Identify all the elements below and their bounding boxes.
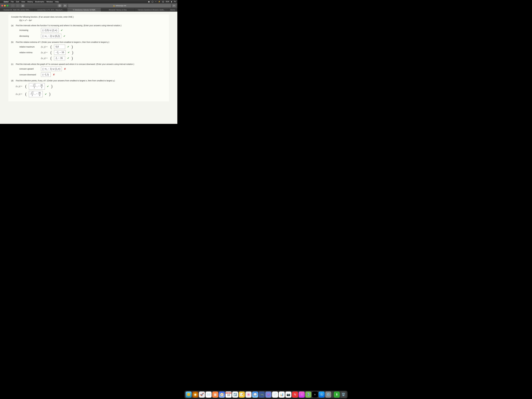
part-d: (d) Find the inflection points, if any, …: [11, 80, 166, 82]
check-icon: ✔: [68, 51, 70, 54]
menubar-file[interactable]: File: [11, 1, 14, 3]
part-b-label: (b): [11, 41, 14, 43]
question-function: f(x) = x⁴ − 8x²: [19, 19, 166, 22]
menubar-bookmarks[interactable]: Bookmarks: [35, 1, 44, 3]
menubar-edit[interactable]: Edit: [16, 1, 19, 3]
inflection1-input[interactable]: − 233 , − 809: [29, 83, 45, 89]
battery-icon[interactable]: ▮: [171, 1, 172, 3]
menubar-app-name[interactable]: Safari: [4, 1, 9, 3]
minimize-window-button[interactable]: [4, 5, 6, 6]
rel-min-label: relative minima: [19, 51, 39, 54]
part-a-question: Find the intervals where the function f …: [16, 24, 121, 27]
increasing-input[interactable]: (−2,0) ∪ (2,∞): [41, 28, 59, 32]
safari-toolbar: ‹ › ▥ ⓖ ℏ webassign.net ⟳: [0, 3, 177, 8]
inflection2-input[interactable]: 233 , − 809: [29, 91, 43, 97]
increasing-label: increasing: [19, 29, 39, 31]
address-bar[interactable]: webassign.net: [68, 4, 171, 7]
open-paren: (: [25, 92, 27, 96]
part-d-question: Find the inflection points, if any, of f…: [16, 80, 115, 82]
rel-min2-input[interactable]: 2, − 16: [54, 56, 65, 60]
record-icon[interactable]: ◯: [152, 1, 153, 3]
rel-max-label: relative maximum: [19, 46, 39, 48]
concave-up-label: concave upward: [19, 68, 39, 70]
close-paren: ): [71, 45, 73, 49]
back-button[interactable]: ‹: [11, 4, 15, 7]
part-c: (c) Find the intervals where the graph o…: [11, 63, 166, 65]
window-controls: [1, 5, 8, 6]
open-paren: (: [51, 45, 52, 49]
xy-prefix: (x, y) =: [41, 46, 48, 48]
close-paren: ): [71, 56, 73, 60]
concave-down-label: concave downward: [19, 74, 39, 76]
concave-up-input[interactable]: (−∞, − 1) ∪ (1,∞): [41, 67, 62, 71]
lock-icon: [113, 5, 115, 7]
camera-icon[interactable]: ▣: [148, 1, 150, 3]
tab-5[interactable]: Desmo: [168, 8, 177, 12]
url-text: webassign.net: [115, 5, 126, 7]
airplay-icon[interactable]: ⌔: [155, 1, 156, 3]
bluetooth-icon[interactable]: ⚡: [158, 1, 160, 3]
maximize-window-button[interactable]: [7, 5, 8, 6]
reload-button[interactable]: ⟳: [172, 4, 176, 7]
macos-menubar: Safari File Edit View History Bookmarks …: [0, 0, 177, 3]
check-icon: ✔: [47, 85, 49, 88]
open-paren: (: [25, 84, 27, 88]
close-paren: ): [49, 92, 51, 96]
question-prompt: Consider the following function. (If an …: [11, 16, 166, 18]
xy-prefix: (x, y) =: [16, 93, 22, 95]
rel-max-input[interactable]: 0,0: [54, 44, 65, 49]
open-paren: (: [51, 56, 52, 60]
tab-4[interactable]: Calculus Questions & Answers | bartle...: [135, 8, 168, 12]
tab-2[interactable]: II: Introductory Calculus I [C3QR]: [67, 8, 101, 12]
battery-percent: 61%: [166, 1, 169, 3]
part-b-question: Find the relative extrema of f. (Order y…: [16, 41, 109, 43]
clock-day: Fri: [174, 1, 176, 3]
menubar-view[interactable]: View: [21, 1, 25, 3]
tab-1[interactable]: concave f(x) = x^4 - 8x^2 - Step-by-S...: [34, 8, 67, 12]
check-icon: ✔: [45, 93, 47, 95]
tab-bar: I Summer 20 - Math 205, section 4201... …: [0, 8, 177, 12]
menubar-help[interactable]: Help: [55, 1, 59, 3]
check-icon: ✔: [67, 45, 69, 48]
part-b: (b) Find the relative extrema of f. (Ord…: [11, 41, 166, 43]
xy-prefix: (x, y) =: [16, 85, 22, 88]
favorite-h-button[interactable]: ℏ: [63, 4, 67, 7]
xy-prefix: (x, y) =: [41, 57, 48, 59]
wifi-icon[interactable]: ⨀: [162, 1, 164, 3]
close-window-button[interactable]: [1, 5, 3, 6]
menubar-window[interactable]: Window: [46, 1, 53, 3]
open-paren: (: [51, 51, 52, 54]
tab-0[interactable]: I Summer 20 - Math 205, section 4201...: [0, 8, 34, 12]
favorite-g-button[interactable]: ⓖ: [58, 4, 62, 7]
rel-min1-input[interactable]: −2, − 16: [54, 50, 65, 55]
sidebar-button[interactable]: ▥: [21, 4, 25, 7]
tab-3[interactable]: Alexander Vannoy on Etsy: [101, 8, 135, 12]
concave-down-input[interactable]: (−1,1): [41, 72, 51, 77]
cross-icon: ✘: [53, 73, 55, 76]
part-d-label: (d): [11, 80, 14, 82]
close-paren: ): [72, 51, 73, 54]
check-icon: ✔: [67, 57, 69, 59]
part-a: (a) Find the intervals where the functio…: [11, 24, 166, 27]
forward-button[interactable]: ›: [16, 4, 20, 7]
check-icon: ✔: [63, 35, 65, 38]
question-card: Consider the following function. (If an …: [8, 14, 169, 101]
menubar-history[interactable]: History: [27, 1, 33, 3]
close-paren: ): [51, 84, 52, 88]
page-content[interactable]: Consider the following function. (If an …: [0, 12, 177, 124]
part-c-label: (c): [11, 63, 14, 65]
part-c-question: Find the intervals where the graph of f …: [16, 63, 134, 65]
check-icon: ✔: [61, 29, 63, 32]
xy-prefix: (x, y) =: [41, 51, 48, 54]
decreasing-input[interactable]: (−∞, − 2) ∪ (0,2): [41, 34, 61, 38]
decreasing-label: decreasing: [19, 35, 39, 37]
part-a-label: (a): [11, 24, 14, 27]
cross-icon: ✘: [64, 68, 66, 70]
